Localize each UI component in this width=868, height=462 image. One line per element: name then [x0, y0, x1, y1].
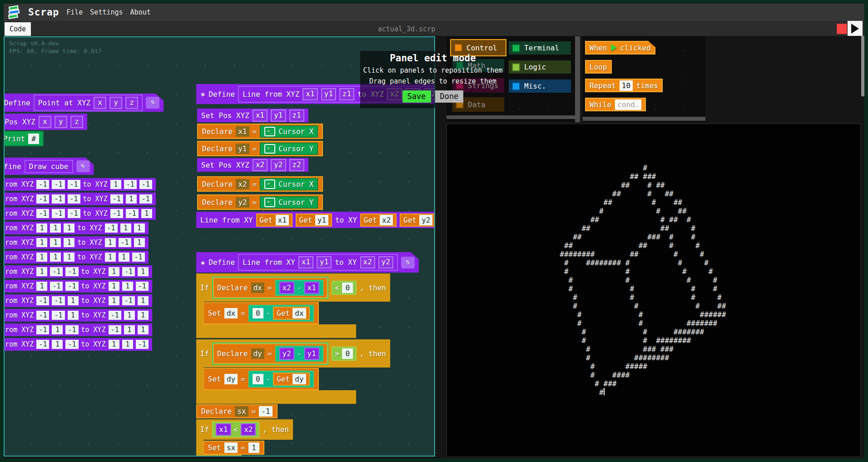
value-field[interactable]: 1 [36, 253, 47, 262]
get-block[interactable]: Get x1 [256, 214, 293, 227]
cube-line-block[interactable]: Linefrom XYZ-1-1-1to XYZ1-1-1 [4, 178, 156, 191]
value-field[interactable]: 1 [36, 224, 47, 233]
value-field[interactable]: -1 [122, 296, 135, 305]
save-button[interactable]: Save [402, 90, 431, 103]
arg-slot[interactable]: y2 [378, 256, 393, 268]
declare-block[interactable]: Declare y2 = >_ Cursor Y [197, 194, 323, 210]
value-field[interactable]: 1 [64, 224, 74, 233]
var-name-field[interactable]: dx [224, 308, 238, 318]
category-logic[interactable]: Logic [509, 60, 571, 74]
value-field[interactable]: -1 [50, 267, 63, 276]
arg-slot[interactable]: x1 [303, 88, 317, 100]
value-field[interactable]: -1 [126, 209, 139, 218]
value-field[interactable]: 1 [248, 442, 259, 453]
value-field[interactable]: -1 [136, 340, 149, 349]
cursor-y-reporter[interactable]: >_ Cursor Y [260, 143, 318, 155]
value-field[interactable]: 1 [64, 253, 74, 262]
repeat-count-field[interactable]: 10 [620, 80, 633, 91]
value-field[interactable]: 1 [50, 238, 61, 247]
comparison-block[interactable]: x1 < x2 [212, 422, 259, 437]
print-block[interactable]: Print # [4, 131, 44, 146]
if-block[interactable]: If Declare dx = x2 - x1 < 0 [196, 273, 390, 302]
var-chip[interactable]: x2 [279, 282, 294, 294]
value-field[interactable]: -1 [52, 180, 64, 189]
cursor-x-reporter[interactable]: >_ Cursor X [260, 125, 318, 138]
get-block[interactable]: Get dx [273, 307, 309, 320]
cube-line-block[interactable]: Linefrom XYZ-1-11to XYZ1-11 [4, 294, 152, 307]
value-field[interactable]: 1 [124, 325, 135, 334]
value-field[interactable]: -1 [65, 325, 78, 334]
arg-slot[interactable]: x1 [253, 109, 268, 122]
done-button[interactable]: Done [435, 90, 464, 103]
arg-sl[interactable]: y1 [271, 109, 286, 122]
value-field[interactable]: -1 [109, 325, 121, 334]
value-field[interactable]: 1 [122, 282, 133, 291]
var-name-field[interactable]: y2 [236, 197, 249, 208]
tab-code[interactable]: Code [5, 22, 31, 36]
var-name-field[interactable]: sx [235, 406, 248, 417]
edit-pencil-icon[interactable]: ✎ [76, 160, 90, 172]
var-chip[interactable]: x1 [304, 282, 319, 294]
arg-slot[interactable]: y [55, 116, 67, 128]
var-name-field[interactable]: y1 [236, 144, 249, 154]
value-field[interactable]: -1 [119, 238, 131, 247]
value-field[interactable]: 0 [342, 283, 353, 293]
value-field[interactable]: 1 [134, 238, 145, 247]
value-field[interactable]: 1 [134, 224, 145, 233]
arg-slot[interactable]: z1 [339, 88, 354, 100]
value-field[interactable]: -1 [65, 340, 78, 349]
if-block[interactable]: If x1 < x2 , then [196, 419, 293, 440]
arg-slot[interactable]: x1 [298, 256, 313, 268]
arg-slot[interactable]: x [94, 97, 106, 109]
if-block[interactable]: If Declare dy = y2 - y1 > 0 [196, 339, 390, 368]
arg-slot[interactable]: x [39, 116, 51, 128]
value-field[interactable]: -1 [105, 224, 118, 233]
value-field[interactable]: 1 [105, 238, 116, 247]
line-from-xy-call-block[interactable]: Line from XY Get x1 Get y1 to XY Get x2 … [196, 212, 435, 228]
value-field[interactable]: -1 [50, 282, 63, 291]
arg-slot[interactable]: y1 [317, 256, 332, 268]
declare-block[interactable]: Declare x1 = >_ Cursor X [197, 124, 323, 139]
arg-slot[interactable]: x2 [253, 159, 268, 171]
value-field[interactable]: 1 [68, 311, 79, 320]
palette-when-clicked-block[interactable]: When clicked [585, 41, 655, 55]
value-field[interactable]: # [28, 134, 39, 144]
set-pos-block[interactable]: Set Pos XYZ x2 y2 z2 [197, 158, 308, 172]
value-field[interactable]: -1 [68, 194, 80, 204]
set-block[interactable]: Set sx = 1 [203, 441, 264, 455]
arg-slot[interactable]: z [70, 116, 83, 128]
arg-slot[interactable]: y2 [271, 159, 286, 171]
get-block[interactable]: Get y1 [296, 214, 332, 227]
category-misc[interactable]: Misc. [509, 79, 571, 93]
comparison-block[interactable]: < 0 [332, 281, 357, 295]
value-field[interactable]: -1 [36, 209, 49, 218]
value-field[interactable]: 1 [124, 311, 135, 320]
define-point-hat-block[interactable]: Define Point at XYZ x y z ✎ [4, 94, 164, 112]
var-field[interactable]: x2 [380, 215, 393, 225]
cube-line-block[interactable]: Linefrom XYZ1-1-1to XYZ1-11 [4, 265, 152, 278]
var-field[interactable]: y1 [315, 215, 328, 225]
palette-loop-block[interactable]: Loop [585, 60, 612, 74]
set-pos-block[interactable]: Set Pos XYZ x1 y1 z1 [197, 109, 308, 122]
menu-settings[interactable]: Settings [90, 8, 123, 16]
cube-line-block[interactable]: Linefrom XYZ-11-1to XYZ-111 [4, 323, 152, 336]
var-field[interactable]: dx [293, 308, 306, 318]
var-name-field[interactable]: dy [251, 348, 264, 359]
cube-line-block[interactable]: Linefrom XYZ-1-1-1to XYZ-1-11 [4, 207, 156, 220]
declare-reporter[interactable]: Declare dy = y2 - y1 [213, 343, 327, 364]
value-field[interactable]: 1 [36, 238, 47, 247]
arg-slot[interactable]: z2 [289, 159, 304, 171]
set-pos-block[interactable]: Set Pos XYZ x y z [4, 114, 87, 130]
value-field[interactable]: 1 [138, 296, 149, 305]
cursor-y-reporter[interactable]: >_ Cursor Y [260, 196, 318, 209]
value-field[interactable]: -1 [259, 406, 272, 417]
value-field[interactable]: 1 [36, 282, 47, 291]
value-field[interactable]: -1 [136, 282, 149, 291]
value-field[interactable]: -1 [110, 194, 123, 204]
cube-line-block[interactable]: Linefrom XYZ-1-11to XYZ-111 [4, 309, 152, 322]
arg-slot[interactable]: x2 [360, 256, 375, 268]
define-line-xy-hat-block[interactable]: ✶ Define Line from XY x1 y1 to XY x2 y2 … [196, 252, 419, 273]
menu-about[interactable]: About [130, 8, 151, 16]
value-field[interactable]: -1 [122, 267, 135, 276]
menu-file[interactable]: File [66, 8, 83, 16]
